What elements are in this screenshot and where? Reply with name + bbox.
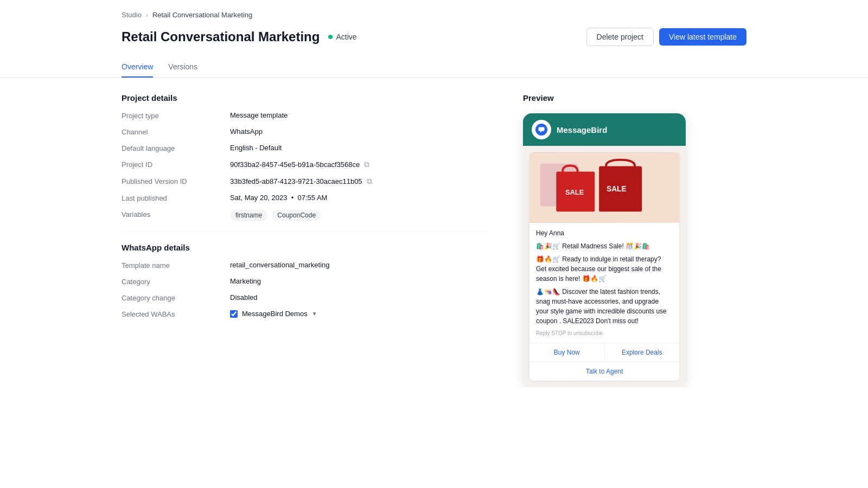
waba-dropdown-arrow[interactable]: ▼ [312, 311, 317, 317]
breadcrumb-parent[interactable]: Studio [122, 11, 142, 19]
breadcrumb-current: Retail Conversational Marketing [152, 11, 252, 19]
tab-versions[interactable]: Versions [168, 57, 197, 78]
label-variables: Variables [122, 210, 230, 219]
greeting-text: Hey Anna [536, 228, 673, 238]
label-category-change: Category change [122, 293, 230, 302]
waba-name: MessageBird Demos [242, 310, 308, 318]
label-project-id: Project ID [122, 160, 230, 169]
detail-row-category: Category Marketing [122, 277, 490, 286]
detail-row-variables: Variables firstname CouponCode [122, 210, 490, 221]
main-content: Project details Project type Message tem… [0, 93, 868, 387]
line1-text: 🛍️🎉🛒 Retail Madness Sale! 🎊🎉🛍️ [536, 241, 673, 251]
value-variables: firstname CouponCode [230, 210, 321, 221]
preview-title: Preview [523, 93, 697, 102]
published-version-id-text: 33b3fed5-ab87-4123-9721-30acaec11b05 [230, 177, 362, 185]
detail-row-category-change: Category change Disabled [122, 293, 490, 302]
project-details-panel: Project details Project type Message tem… [122, 93, 490, 387]
value-category: Marketing [230, 277, 261, 285]
label-published-version-id: Published Version ID [122, 177, 230, 185]
detail-row-project-type: Project type Message template [122, 111, 490, 120]
variable-tag-couponcode: CouponCode [272, 210, 321, 221]
message-text: Hey Anna 🛍️🎉🛒 Retail Madness Sale! 🎊🎉🛍️ … [529, 223, 679, 343]
waba-checkbox[interactable] [230, 310, 238, 318]
label-channel: Channel [122, 127, 230, 136]
svg-text:SALE: SALE [565, 188, 584, 196]
brand-name: MessageBird [557, 125, 607, 134]
label-selected-wabas: Selected WABAs [122, 310, 230, 318]
explore-deals-button[interactable]: Explore Deals [605, 343, 680, 362]
value-template-name: retail_conversational_marketing [230, 261, 330, 269]
label-template-name: Template name [122, 261, 230, 269]
page-title: Retail Conversational Marketing [122, 29, 320, 44]
tab-overview[interactable]: Overview [122, 57, 153, 78]
detail-row-channel: Channel WhatsApp [122, 127, 490, 136]
line2-text: 🎁🔥🛒 Ready to indulge in retail therapy? … [536, 254, 673, 284]
value-category-change: Disabled [230, 293, 258, 301]
detail-row-selected-wabas: Selected WABAs MessageBird Demos ▼ [122, 310, 490, 318]
waba-row: MessageBird Demos ▼ [230, 310, 317, 318]
buy-now-button[interactable]: Buy Now [529, 343, 605, 362]
breadcrumb-separator: › [146, 11, 148, 19]
value-project-type: Message template [230, 111, 288, 119]
header-actions: Delete project View latest template [586, 28, 746, 46]
status-badge: Active [328, 33, 356, 41]
label-last-published: Last published [122, 194, 230, 202]
copy-project-id-icon[interactable]: ⧉ [364, 160, 369, 169]
brand-avatar [532, 120, 551, 139]
detail-row-default-language: Default language English - Default [122, 144, 490, 152]
preview-panel: Preview MessageBird [523, 93, 697, 387]
view-latest-template-button[interactable]: View latest template [659, 28, 746, 46]
section-divider [122, 232, 490, 232]
breadcrumb: Studio › Retail Conversational Marketing [0, 0, 868, 23]
copy-published-version-id-icon[interactable]: ⧉ [367, 177, 372, 186]
header-left: Retail Conversational Marketing Active [122, 29, 357, 44]
tab-bar: Overview Versions [0, 57, 868, 78]
label-default-language: Default language [122, 144, 230, 152]
variable-tag-firstname: firstname [230, 210, 267, 221]
svg-text:SALE: SALE [607, 185, 627, 193]
value-default-language: English - Default [230, 144, 282, 152]
detail-row-published-version-id: Published Version ID 33b3fed5-ab87-4123-… [122, 177, 490, 186]
label-category: Category [122, 277, 230, 286]
value-last-published: Sat, May 20, 2023 • 07:55 AM [230, 194, 327, 202]
whatsapp-details-title: WhatsApp details [122, 243, 490, 252]
message-bubble: SALE SALE Hey Anna 🛍️🎉🛒 Retail Madness S… [529, 152, 679, 381]
value-selected-wabas: MessageBird Demos ▼ [230, 310, 317, 318]
value-project-id: 90f33ba2-8457-45e5-b91a-5bcacf3568ce ⧉ [230, 160, 369, 169]
action-buttons: Buy Now Explore Deals [529, 343, 679, 362]
phone-preview: MessageBird SALE SALE [523, 113, 686, 387]
project-id-text: 90f33ba2-8457-45e5-b91a-5bcacf3568ce [230, 160, 360, 169]
project-details-title: Project details [122, 93, 490, 102]
page-header: Retail Conversational Marketing Active D… [0, 23, 868, 57]
detail-row-last-published: Last published Sat, May 20, 2023 • 07:55… [122, 194, 490, 202]
sale-image: SALE SALE [529, 152, 679, 223]
line3-text: 👗👒👠 Discover the latest fashion trends, … [536, 287, 673, 326]
detail-row-template-name: Template name retail_conversational_mark… [122, 261, 490, 269]
detail-row-project-id: Project ID 90f33ba2-8457-45e5-b91a-5bcac… [122, 160, 490, 169]
status-dot [328, 35, 333, 39]
value-channel: WhatsApp [230, 127, 263, 136]
status-label: Active [336, 33, 356, 41]
phone-header: MessageBird [523, 113, 686, 146]
label-project-type: Project type [122, 111, 230, 120]
unsubscribe-text: Reply STOP to unsubscribe. [536, 329, 673, 337]
delete-project-button[interactable]: Delete project [586, 28, 654, 46]
value-published-version-id: 33b3fed5-ab87-4123-9721-30acaec11b05 ⧉ [230, 177, 372, 186]
talk-to-agent-button[interactable]: Talk to Agent [529, 362, 679, 381]
